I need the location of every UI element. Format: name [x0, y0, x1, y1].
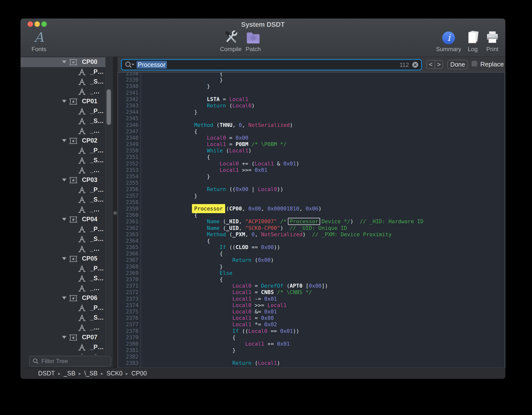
code-line: 2358	[118, 199, 504, 206]
tree-child-item[interactable]: _…	[21, 283, 112, 293]
tree-child-item[interactable]: _P…	[21, 146, 112, 156]
line-number: 2345	[118, 115, 141, 122]
tree-child-item[interactable]: _P…	[21, 264, 112, 274]
tree-child-item[interactable]: _…	[21, 87, 112, 97]
breadcrumb-item-DSDT[interactable]: DSDT	[38, 370, 55, 377]
tree-item-CP03[interactable]: CP03	[21, 175, 112, 185]
disclosure-triangle-icon[interactable]	[62, 336, 66, 339]
code-line: 2347{	[118, 128, 504, 135]
tree-child-item[interactable]: _P…	[21, 342, 112, 352]
scope-icon	[69, 295, 78, 303]
line-number: 2364	[118, 238, 141, 244]
breadcrumb-item-_SB[interactable]: \_SB	[84, 370, 97, 377]
tree-child-item[interactable]: _P…	[21, 303, 112, 313]
tree-item-CP05[interactable]: CP05	[21, 254, 112, 264]
code-text: Method (_PXM, 0, NotSerialized) // _PXM:…	[141, 231, 392, 238]
tree-item-CP01[interactable]: CP01	[21, 97, 112, 106]
replace-checkbox[interactable]	[471, 61, 477, 67]
line-number: 2369	[118, 270, 141, 276]
tree-child-item[interactable]: _S…	[21, 274, 112, 283]
scope-icon	[69, 216, 78, 224]
tree-child-item[interactable]: _P…	[21, 224, 112, 234]
tree-child-item[interactable]: _S…	[21, 313, 112, 323]
print-icon	[485, 29, 500, 45]
method-icon	[78, 127, 86, 136]
find-input[interactable]: Processor 112	[121, 59, 422, 71]
tree-child-label: _…	[90, 127, 100, 134]
clear-search-button[interactable]	[412, 61, 419, 68]
filter-tree-input[interactable]: Filter Tree	[29, 356, 111, 367]
toolbar-item-fonts[interactable]: A Fonts	[21, 29, 57, 53]
find-next-button[interactable]: >	[435, 60, 443, 69]
disclosure-triangle-icon[interactable]	[62, 100, 66, 103]
tree-item-CP00[interactable]: CP00	[21, 57, 112, 67]
code-text: Local1 *= 0x02	[141, 321, 277, 328]
code-line: 2339 }	[118, 77, 504, 83]
tree-child-item[interactable]: _S…	[21, 116, 112, 126]
code-text	[141, 199, 194, 206]
tree-child-item[interactable]: _P…	[21, 106, 112, 116]
tree-scrollbar-track	[105, 57, 112, 368]
tree-child-item[interactable]: _S…	[21, 234, 112, 244]
tree-item-CP02[interactable]: CP02	[21, 136, 112, 146]
code-line: 2372 Local1 = CNBS /* \CNBS */	[118, 289, 504, 296]
tree-child-item[interactable]: _…	[21, 323, 112, 333]
code-line: 2350 While (Local1)	[118, 148, 504, 154]
tree-item-CP06[interactable]: CP06	[21, 293, 112, 303]
titlebar[interactable]: System DSDT A Fonts Compile	[21, 19, 505, 57]
done-button[interactable]: Done	[447, 60, 468, 69]
disclosure-triangle-icon[interactable]	[62, 257, 66, 260]
tree-child-item[interactable]: _P…	[21, 67, 112, 77]
tree-child-item[interactable]: _…	[21, 205, 112, 215]
code-text: {	[141, 212, 197, 218]
tree-scrollbar-thumb[interactable]	[107, 89, 111, 125]
toolbar-item-patch[interactable]: Patch	[235, 29, 272, 53]
tree-child-item[interactable]: _…	[21, 165, 112, 175]
tree-child-item[interactable]: _…	[21, 126, 112, 136]
tree-item-CP04[interactable]: CP04	[21, 215, 112, 224]
toolbar-item-print[interactable]: Print	[474, 29, 505, 53]
split-divider[interactable]	[112, 57, 118, 368]
breadcrumb-item-_SB[interactable]: _SB	[64, 370, 75, 377]
scope-icon	[69, 334, 78, 342]
find-previous-button[interactable]: <	[427, 60, 435, 69]
disclosure-triangle-icon[interactable]	[62, 60, 66, 63]
disclosure-triangle-icon[interactable]	[62, 139, 66, 142]
tree-child-item[interactable]: _…	[21, 244, 112, 254]
disclosure-triangle-icon[interactable]	[62, 178, 66, 181]
line-number: 2379	[118, 334, 141, 341]
tree-child-item[interactable]: _P…	[21, 185, 112, 195]
tree-child-label: _P…	[90, 304, 104, 311]
filter-strip: Filter Tree	[21, 355, 112, 368]
code-line: 2364 {	[118, 238, 504, 244]
disclosure-triangle-icon[interactable]	[62, 296, 66, 299]
tree-child-item[interactable]: _S…	[21, 156, 112, 165]
code-line: 2367 Return (0x00)	[118, 257, 504, 263]
code-line: 2382	[118, 354, 504, 360]
code-text: Name (_UID, "SCK0-CP00") // _UID: Unique…	[141, 225, 347, 231]
code-editor[interactable]: 2338 {2339 }2340 }23412342 LSTA = Local1…	[118, 72, 505, 368]
line-number: 2380	[118, 341, 141, 347]
code-line: 2380 Local1 += 0x01	[118, 341, 504, 347]
filter-placeholder: Filter Tree	[41, 358, 68, 365]
line-number: 2356	[118, 186, 141, 193]
code-line: 2349 Local1 = P0BM /* \P0BM */	[118, 141, 504, 148]
breadcrumb-separator-icon: ▸	[58, 371, 61, 376]
code-text: Local0 >>= Local1	[141, 302, 286, 309]
tree-child-item[interactable]: _S…	[21, 195, 112, 205]
breadcrumb-item-CP00[interactable]: CP00	[131, 370, 147, 377]
code-line: 2345	[118, 115, 504, 122]
search-menu-icon[interactable]	[125, 61, 135, 69]
code-line: 2365 If ((CLOD == 0x00))	[118, 244, 504, 251]
code-line: 2355	[118, 180, 504, 186]
code-text: Local0 = 0x00	[141, 135, 248, 141]
tree-item-CP07[interactable]: CP07	[21, 333, 112, 342]
method-icon	[78, 196, 86, 205]
breadcrumb-item-SCK0[interactable]: SCK0	[107, 370, 123, 377]
tree-child-label: _…	[90, 284, 100, 292]
disclosure-triangle-icon[interactable]	[62, 218, 66, 221]
tree-child-item[interactable]: _S…	[21, 77, 112, 87]
code-line: 2360{	[118, 212, 504, 218]
method-icon	[78, 265, 86, 273]
line-number: 2376	[118, 315, 141, 321]
